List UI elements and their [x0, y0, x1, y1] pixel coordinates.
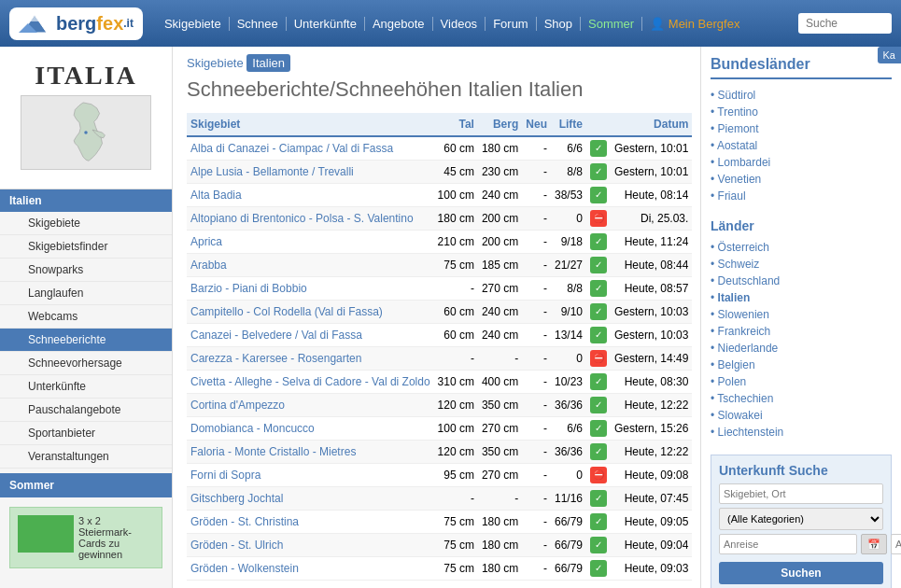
list-item[interactable]: Schweiz — [711, 256, 892, 273]
logo[interactable]: bergfex.it — [9, 7, 143, 40]
bundesland-piemont[interactable]: Piemont — [718, 122, 759, 135]
land-slowakei[interactable]: Slowakei — [718, 409, 763, 422]
list-item[interactable]: Aostatal — [711, 137, 892, 154]
sidebar-item-webcams[interactable]: Webcams — [0, 305, 172, 329]
logo-mountain-icon — [19, 12, 51, 35]
land-schweiz[interactable]: Schweiz — [718, 258, 760, 271]
list-item[interactable]: Slowenien — [711, 306, 892, 323]
list-item[interactable]: Deutschland — [711, 273, 892, 289]
list-item[interactable]: Polen — [711, 373, 892, 390]
nav-skigebiete[interactable]: Skigebiete — [157, 17, 230, 31]
bundesland-venetien[interactable]: Venetien — [718, 173, 762, 186]
list-item[interactable]: Niederlande — [711, 340, 892, 357]
skigebiet-link[interactable]: Carezza - Karersee - Rosengarten — [190, 352, 361, 365]
unterkunft-ort-input[interactable] — [719, 483, 883, 504]
list-item[interactable]: Liechtenstein — [711, 424, 892, 441]
list-item[interactable]: Tschechien — [711, 390, 892, 407]
nav-videos[interactable]: Videos — [433, 17, 486, 31]
list-item[interactable]: Venetien — [711, 171, 892, 188]
skigebiet-link[interactable]: Canazei - Belvedere / Val di Fassa — [190, 329, 362, 342]
ka-button[interactable]: Ka — [878, 47, 901, 63]
land-italien[interactable]: Italien — [718, 291, 751, 304]
cell-status: ⛔ — [586, 347, 611, 371]
abreise-input[interactable] — [891, 534, 901, 554]
land-belgien[interactable]: Belgien — [718, 358, 755, 371]
skigebiet-link[interactable]: Forni di Sopra — [190, 469, 260, 482]
nav-unterkuenfte[interactable]: Unterkünfte — [287, 17, 365, 31]
list-item[interactable]: Lombardei — [711, 154, 892, 171]
sidebar-item-snowparks[interactable]: Snowparks — [0, 259, 172, 282]
kategorie-select[interactable]: (Alle Kategorien) — [719, 508, 883, 530]
bundesland-suedtirol[interactable]: Südtirol — [718, 89, 756, 102]
land-frankreich[interactable]: Frankreich — [718, 325, 771, 338]
land-niederlande[interactable]: Niederlande — [718, 342, 779, 355]
skigebiet-link[interactable]: Civetta - Alleghe - Selva di Cadore - Va… — [190, 375, 430, 388]
skigebiet-link[interactable]: Faloria - Monte Cristallo - Mietres — [190, 445, 356, 458]
skigebiet-link[interactable]: Cortina d'Ampezzo — [190, 399, 285, 412]
bundesland-friaul[interactable]: Friaul — [718, 189, 746, 203]
skigebiet-link[interactable]: Gröden - St. Ulrich — [190, 539, 283, 552]
nav-sommer[interactable]: Sommer — [581, 17, 642, 31]
sidebar-item-sportanbieter[interactable]: Sportanbieter — [0, 422, 172, 445]
list-item[interactable]: Friaul — [711, 188, 892, 204]
cell-status: ⛔ — [586, 464, 611, 487]
nav-schnee[interactable]: Schnee — [230, 17, 287, 31]
skigebiet-link[interactable]: Alpe Lusia - Bellamonte / Trevalli — [190, 165, 354, 178]
skigebiet-link[interactable]: Campitello - Col Rodella (Val di Fassa) — [190, 305, 383, 318]
land-slowenien[interactable]: Slowenien — [718, 308, 769, 321]
search-input[interactable] — [798, 13, 892, 34]
cell-tal: 75 cm — [434, 557, 478, 581]
land-tschechien[interactable]: Tschechien — [717, 392, 773, 405]
list-item[interactable]: Italien — [711, 289, 892, 306]
skigebiet-link[interactable]: Altopiano di Brentonico - Polsa - S. Val… — [190, 212, 414, 225]
sidebar-item-veranstaltungen[interactable]: Veranstaltungen — [0, 445, 172, 469]
sidebar-item-schneeberichte[interactable]: Schneeberichte — [0, 329, 172, 352]
skigebiet-link[interactable]: Gröden - Wolkenstein — [190, 562, 299, 575]
skigebiet-link[interactable]: Arabba — [190, 259, 227, 272]
sidebar-item-pauschalangebote[interactable]: Pauschalangebote — [0, 399, 172, 422]
sidebar-sommer[interactable]: Sommer — [0, 473, 172, 497]
status-green-icon: ✓ — [590, 303, 607, 320]
list-item[interactable]: Südtirol — [711, 87, 892, 104]
table-row: Campitello - Col Rodella (Val di Fassa) … — [187, 301, 692, 324]
skigebiet-link[interactable]: Gitschberg Jochtal — [190, 492, 283, 505]
skigebiet-link[interactable]: Gröden - St. Christina — [190, 515, 299, 528]
sidebar-item-langlaufen[interactable]: Langlaufen — [0, 282, 172, 305]
land-oesterreich[interactable]: Österreich — [718, 241, 769, 254]
nav-forum[interactable]: Forum — [486, 17, 537, 31]
skigebiet-link[interactable]: Domobianca - Moncucco — [190, 422, 315, 435]
nav-angebote[interactable]: Angebote — [365, 17, 433, 31]
cell-lifte: 8/8 — [551, 277, 586, 301]
cell-tal: 210 cm — [434, 231, 478, 254]
sidebar-item-schneevorhersage[interactable]: Schneevorhersage — [0, 352, 172, 375]
list-item[interactable]: Frankreich — [711, 323, 892, 340]
sidebar-item-skigebietsfinder[interactable]: Skigebietsfinder — [0, 235, 172, 259]
skigebiet-link[interactable]: Barzio - Piani di Bobbio — [190, 282, 307, 295]
bundesland-aostatal[interactable]: Aostatal — [717, 139, 757, 152]
bundesland-lombardei[interactable]: Lombardei — [718, 156, 771, 169]
sidebar-item-skigebiete[interactable]: Skigebiete — [0, 212, 172, 235]
unterkunft-search-button[interactable]: Suchen — [719, 562, 883, 584]
list-item[interactable]: Piemont — [711, 120, 892, 137]
cell-lifte: 36/36 — [551, 394, 586, 417]
table-row: Alpe Lusia - Bellamonte / Trevalli 45 cm… — [187, 161, 692, 184]
anreise-input[interactable] — [719, 534, 857, 554]
list-item[interactable]: Belgien — [711, 357, 892, 373]
breadcrumb-skigebiete[interactable]: Skigebiete — [187, 56, 244, 70]
anreise-calendar-button[interactable]: 📅 — [861, 534, 887, 554]
land-deutschland[interactable]: Deutschland — [718, 274, 781, 287]
nav-shop[interactable]: Shop — [537, 17, 581, 31]
cell-status: ✓ — [586, 534, 611, 557]
bundesland-trentino[interactable]: Trentino — [717, 105, 758, 119]
skigebiet-link[interactable]: Alta Badia — [190, 189, 242, 202]
list-item[interactable]: Trentino — [711, 104, 892, 120]
land-liechtenstein[interactable]: Liechtenstein — [718, 426, 784, 439]
snow-table: Skigebiet Tal Berg Neu Lifte Datum Alba … — [187, 113, 692, 581]
land-polen[interactable]: Polen — [718, 375, 747, 388]
list-item[interactable]: Österreich — [711, 239, 892, 256]
list-item[interactable]: Slowakei — [711, 407, 892, 424]
skigebiet-link[interactable]: Alba di Canazei - Ciampac / Val di Fassa — [190, 142, 393, 155]
nav-mein-bergfex[interactable]: 👤 Mein Bergfex — [642, 17, 747, 31]
skigebiet-link[interactable]: Aprica — [190, 235, 222, 248]
sidebar-item-unterkuenfte[interactable]: Unterkünfte — [0, 375, 172, 399]
